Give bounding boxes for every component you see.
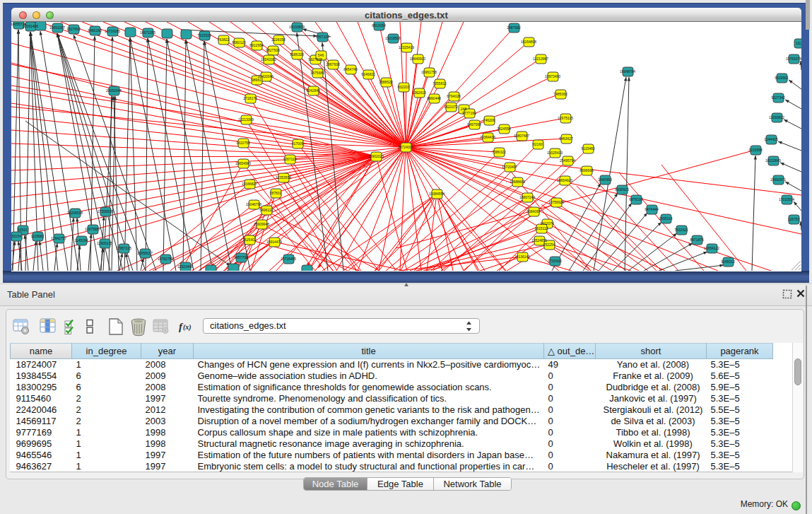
svg-text:19166827: 19166827	[242, 182, 257, 186]
svg-text:7955812: 7955812	[433, 81, 447, 86]
svg-text:15902023: 15902023	[368, 154, 384, 158]
svg-text:20091406: 20091406	[23, 24, 38, 28]
svg-text:20364436: 20364436	[480, 135, 495, 139]
svg-text:1362615: 1362615	[412, 90, 426, 95]
svg-text:10958117: 10958117	[137, 251, 153, 255]
svg-text:7632621: 7632621	[674, 228, 688, 232]
svg-text:62160: 62160	[533, 142, 543, 146]
svg-text:1527602: 1527602	[66, 27, 81, 31]
svg-text:8186328: 8186328	[290, 52, 304, 57]
svg-text:2935114: 2935114	[659, 216, 672, 221]
svg-text:10975887: 10975887	[85, 227, 100, 231]
svg-text:10973493: 10973493	[545, 74, 560, 78]
svg-text:9474444: 9474444	[645, 207, 659, 211]
svg-text:9777169: 9777169	[462, 111, 476, 115]
svg-text:7485063: 7485063	[553, 92, 567, 96]
svg-text:12093822: 12093822	[769, 115, 784, 119]
svg-text:20053346: 20053346	[106, 88, 122, 93]
svg-text:17957225: 17957225	[116, 246, 131, 250]
svg-text:7386322: 7386322	[492, 150, 506, 154]
svg-text:8471876: 8471876	[690, 238, 704, 242]
svg-text:12942757: 12942757	[51, 236, 66, 240]
svg-text:16671355: 16671355	[140, 30, 155, 35]
svg-text:17010504: 17010504	[779, 197, 794, 201]
svg-text:16543382: 16543382	[261, 57, 276, 62]
svg-text:9084067: 9084067	[526, 209, 541, 214]
svg-text:8813054: 8813054	[372, 23, 386, 28]
svg-text:16961758: 16961758	[421, 70, 437, 74]
svg-text:1145194: 1145194	[74, 238, 88, 243]
svg-text:98961: 98961	[252, 78, 261, 82]
svg-text:53501: 53501	[18, 228, 28, 232]
svg-text:9463627: 9463627	[559, 136, 573, 141]
svg-text:1733426: 1733426	[548, 259, 562, 263]
svg-text:8938923: 8938923	[615, 187, 629, 192]
svg-text:8660123: 8660123	[232, 40, 246, 45]
svg-text:10807487: 10807487	[514, 134, 529, 138]
svg-text:3875685: 3875685	[310, 71, 324, 75]
svg-text:15692971: 15692971	[770, 177, 786, 182]
svg-text:9529901: 9529901	[775, 76, 789, 80]
svg-text:2887682: 2887682	[507, 25, 521, 30]
svg-text:7625402: 7625402	[242, 238, 257, 242]
svg-text:16154808: 16154808	[521, 40, 536, 44]
svg-text:2226058: 2226058	[271, 37, 286, 42]
svg-text:8454749: 8454749	[343, 67, 358, 71]
svg-text:15751074: 15751074	[786, 57, 801, 61]
svg-text:6466160: 6466160	[88, 28, 102, 33]
svg-text:12975115: 12975115	[558, 116, 573, 120]
svg-text:252254: 252254	[543, 243, 555, 247]
svg-text:(x): (x)	[183, 323, 192, 332]
svg-text:2867608: 2867608	[326, 62, 340, 66]
svg-text:9227342: 9227342	[771, 95, 785, 100]
svg-text:5498222: 5498222	[259, 208, 273, 212]
svg-text:19654923: 19654923	[557, 178, 572, 182]
svg-text:9146821: 9146821	[361, 72, 375, 76]
svg-text:10756928: 10756928	[548, 200, 564, 204]
svg-text:7857224: 7857224	[315, 35, 329, 39]
svg-text:33154: 33154	[11, 234, 21, 238]
svg-text:1615112: 1615112	[534, 226, 548, 230]
svg-text:18724007: 18724007	[398, 145, 413, 149]
svg-text:10688609: 10688609	[510, 180, 525, 184]
svg-text:12213967: 12213967	[533, 57, 548, 61]
svg-text:832203: 832203	[398, 85, 410, 89]
svg-text:116753: 116753	[788, 217, 800, 221]
svg-text:1610755: 1610755	[236, 141, 250, 145]
svg-text:9242848: 9242848	[306, 88, 320, 93]
svg-text:15720407: 15720407	[502, 165, 517, 169]
svg-text:18807249: 18807249	[519, 195, 535, 199]
svg-text:12905135: 12905135	[97, 241, 112, 245]
svg-text:12353594: 12353594	[276, 175, 291, 180]
svg-text:9457791: 9457791	[234, 255, 248, 259]
svg-text:10654122: 10654122	[704, 246, 719, 250]
svg-text:417006: 417006	[292, 141, 304, 146]
svg-text:16914479: 16914479	[266, 240, 282, 244]
svg-text:25495794: 25495794	[560, 158, 575, 163]
svg-text:12325419: 12325419	[399, 45, 414, 49]
svg-text:10025433: 10025433	[547, 151, 563, 155]
svg-text:546: 546	[318, 53, 324, 57]
svg-text:15909948: 15909948	[254, 222, 269, 226]
svg-text:587831: 587831	[270, 191, 282, 195]
svg-text:17359938: 17359938	[98, 209, 113, 214]
svg-text:10653287: 10653287	[49, 25, 65, 30]
svg-text:8990448: 8990448	[427, 96, 441, 100]
svg-text:9115460: 9115460	[581, 146, 594, 151]
svg-text:19654983: 19654983	[235, 161, 251, 165]
svg-text:7515526: 7515526	[197, 33, 211, 37]
svg-text:9327508: 9327508	[308, 57, 322, 62]
svg-text:1621072: 1621072	[444, 105, 458, 109]
svg-text:6794028: 6794028	[447, 94, 461, 98]
svg-text:10046798: 10046798	[246, 202, 261, 206]
svg-text:1112: 1112	[796, 41, 801, 45]
svg-text:8912954: 8912954	[249, 43, 264, 47]
svg-text:3267110: 3267110	[283, 157, 296, 161]
svg-text:1588520: 1588520	[379, 80, 393, 84]
svg-text:16648784: 16648784	[620, 69, 635, 74]
svg-text:19384554: 19384554	[429, 192, 445, 196]
svg-text:3215958: 3215958	[748, 148, 763, 152]
svg-text:1115682: 1115682	[31, 234, 45, 238]
svg-text:1640953: 1640953	[598, 177, 612, 182]
svg-text:19218506: 19218506	[385, 36, 401, 40]
